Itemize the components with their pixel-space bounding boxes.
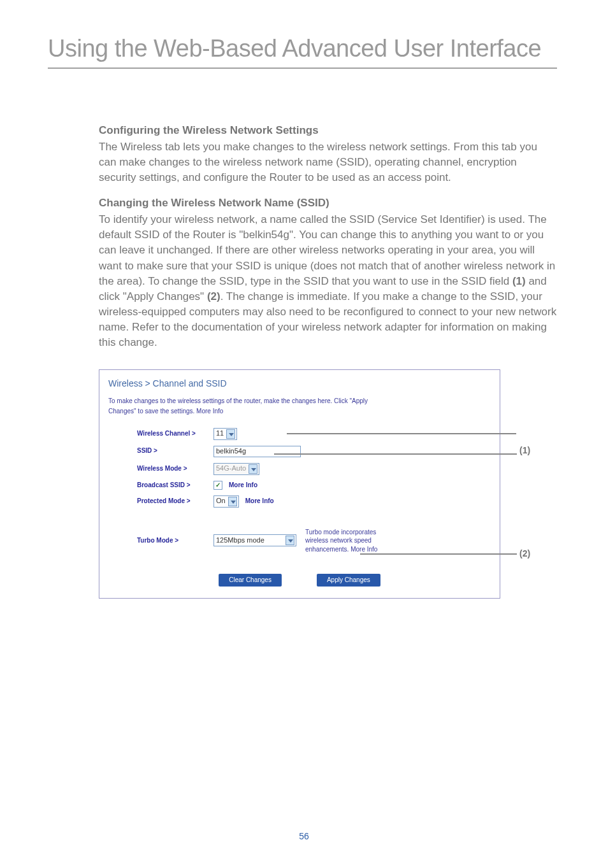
check-icon: ✓ <box>215 481 221 490</box>
chevron-down-icon <box>286 536 294 545</box>
chevron-down-icon <box>226 429 235 439</box>
panel-title: Wireless > Channel and SSID <box>108 378 491 390</box>
turbo-desc-l1: Turbo mode incorporates <box>305 528 377 537</box>
protected-more-info-link[interactable]: More Info <box>245 497 274 506</box>
checkbox-broadcast-ssid[interactable]: ✓ <box>214 481 222 490</box>
label-broadcast-ssid: Broadcast SSID > <box>137 481 214 490</box>
clear-changes-button[interactable]: Clear Changes <box>219 574 282 587</box>
router-ui-panel: Wireless > Channel and SSID To make chan… <box>99 369 500 599</box>
button-row: Clear Changes Apply Changes <box>108 574 491 587</box>
select-protected-mode[interactable]: On <box>214 495 239 508</box>
panel-desc-line2: Changes" to save the settings. More Info <box>108 407 491 416</box>
input-ssid[interactable]: belkin54g <box>214 446 301 457</box>
label-turbo-mode: Turbo Mode > <box>137 536 214 545</box>
turbo-more-info-link[interactable]: More Info <box>351 546 377 553</box>
page-title: Using the Web-Based Advanced User Interf… <box>0 0 608 68</box>
annotation-1: (1) <box>519 445 530 457</box>
label-wireless-mode: Wireless Mode > <box>137 464 214 473</box>
page-number: 56 <box>0 831 608 841</box>
label-ssid: SSID > <box>137 446 214 455</box>
row-protected-mode: Protected Mode > On More Info <box>137 495 491 508</box>
section-1-body: The Wireless tab lets you make changes t… <box>99 139 557 185</box>
select-wireless-mode[interactable]: 54G-Auto <box>214 463 259 475</box>
annotation-line-1 <box>287 433 516 434</box>
turbo-description: Turbo mode incorporates wireless network… <box>305 528 377 554</box>
section-2-heading: Changing the Wireless Network Name (SSID… <box>99 196 557 211</box>
turbo-desc-l3: enhancements. More Info <box>305 545 377 554</box>
select-wireless-channel[interactable]: 11 <box>214 428 237 440</box>
chevron-down-icon <box>249 464 257 474</box>
broadcast-more-info-link[interactable]: More Info <box>229 481 257 490</box>
callout-2-ref: (2) <box>207 290 221 302</box>
select-turbo-mode[interactable]: 125Mbps mode <box>214 534 296 546</box>
row-turbo-mode: Turbo Mode > 125Mbps mode Turbo mode inc… <box>137 528 491 554</box>
s2-text-a: To identify your wireless network, a nam… <box>99 213 555 287</box>
panel-desc-line2-text: Changes" to save the settings. <box>108 408 196 415</box>
section-1-heading: Configuring the Wireless Network Setting… <box>99 123 557 138</box>
input-ssid-value: belkin54g <box>216 446 246 457</box>
select-protected-mode-value: On <box>216 496 226 506</box>
turbo-desc-l2: wireless network speed <box>305 536 377 545</box>
select-wireless-channel-value: 11 <box>216 429 224 439</box>
label-protected-mode: Protected Mode > <box>137 497 214 506</box>
select-wireless-mode-value: 54G-Auto <box>216 464 246 474</box>
panel-more-info-link[interactable]: More Info <box>196 408 223 415</box>
panel-desc-line1: To make changes to the wireless settings… <box>108 397 491 406</box>
chevron-down-icon <box>228 497 237 506</box>
apply-changes-button[interactable]: Apply Changes <box>317 574 380 587</box>
content-area: Configuring the Wireless Network Setting… <box>0 69 608 599</box>
callout-1-ref: (1) <box>512 275 526 287</box>
section-2-body: To identify your wireless network, a nam… <box>99 212 557 350</box>
row-broadcast-ssid: Broadcast SSID > ✓ More Info <box>137 481 491 490</box>
turbo-desc-l3-text: enhancements. <box>305 546 351 553</box>
annotation-line-1b <box>274 453 517 455</box>
label-wireless-channel: Wireless Channel > <box>137 429 214 438</box>
row-ssid: SSID > belkin54g <box>137 446 491 457</box>
annotation-line-2 <box>360 553 517 555</box>
annotation-2: (2) <box>519 548 530 560</box>
row-wireless-mode: Wireless Mode > 54G-Auto <box>137 463 491 475</box>
select-turbo-mode-value: 125Mbps mode <box>216 536 283 546</box>
screenshot-area: Wireless > Channel and SSID To make chan… <box>99 369 557 599</box>
